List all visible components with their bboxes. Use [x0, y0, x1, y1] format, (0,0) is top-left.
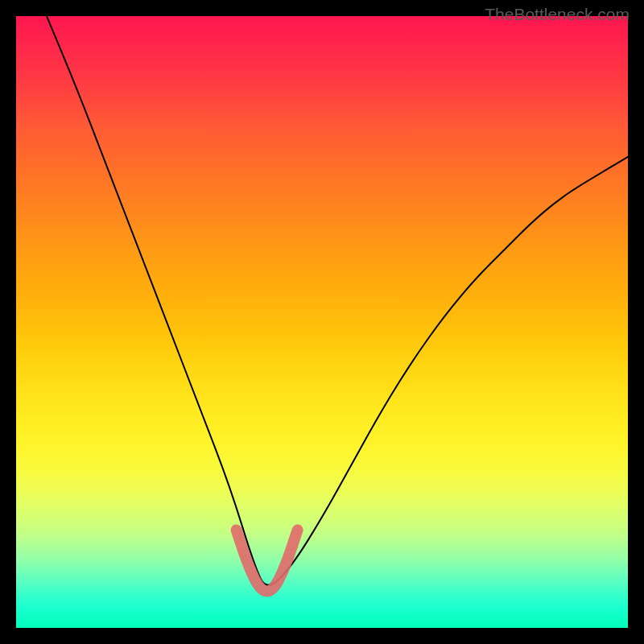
chart-svg: [16, 16, 628, 628]
curve-line: [47, 16, 628, 585]
watermark-text: TheBottleneck.com: [485, 5, 630, 24]
chart-plot-area: [16, 16, 628, 628]
